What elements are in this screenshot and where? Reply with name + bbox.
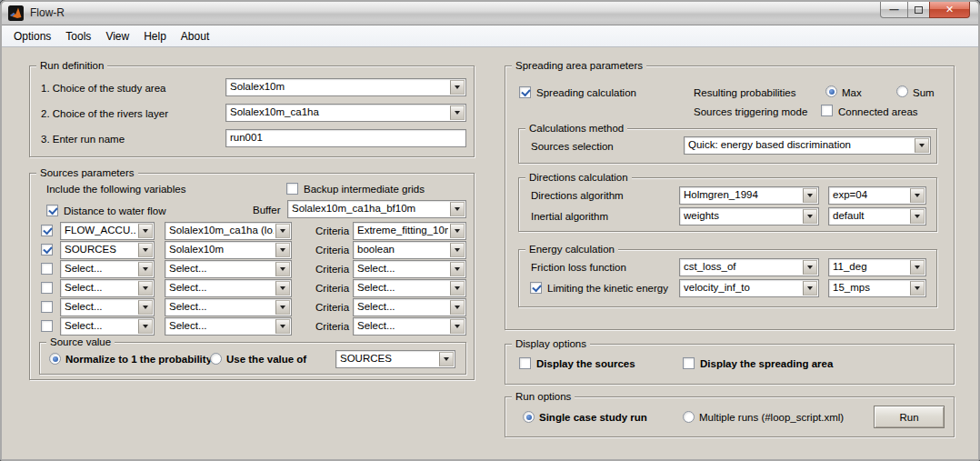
dropdown-arrow-icon[interactable] bbox=[803, 260, 817, 275]
buffer-select[interactable]: Solalex10m_ca1ha_bf10m bbox=[287, 200, 466, 218]
spreading-calculation-checkbox[interactable] bbox=[519, 86, 531, 98]
dropdown-arrow-icon[interactable] bbox=[275, 224, 290, 238]
criteria-select[interactable]: Select... bbox=[353, 279, 466, 297]
variable-row-checkbox[interactable] bbox=[41, 320, 53, 332]
layer-select[interactable]: Select... bbox=[165, 279, 292, 297]
friction-angle-select[interactable]: 11_deg bbox=[828, 258, 926, 276]
close-button[interactable]: ✕ bbox=[929, 2, 970, 18]
study-area-select[interactable]: Solalex10m bbox=[225, 78, 466, 96]
criteria-value: Select... bbox=[357, 263, 448, 274]
dropdown-arrow-icon[interactable] bbox=[803, 188, 817, 203]
variable-select[interactable]: Select... bbox=[60, 317, 155, 336]
dropdown-arrow-icon[interactable] bbox=[450, 224, 465, 238]
dropdown-arrow-icon[interactable] bbox=[439, 352, 454, 366]
layer-select[interactable]: Select... bbox=[165, 317, 292, 336]
menu-options[interactable]: Options bbox=[6, 27, 58, 45]
criteria-select[interactable]: boolean bbox=[353, 241, 466, 259]
run-name-input[interactable]: run001 bbox=[225, 129, 466, 147]
layer-select[interactable]: Solalex10m_ca1ha (lo... bbox=[165, 222, 292, 240]
distance-water-checkbox[interactable] bbox=[46, 205, 58, 216]
dropdown-arrow-icon[interactable] bbox=[450, 319, 465, 334]
criteria-select[interactable]: Select... bbox=[353, 260, 466, 278]
dropdown-arrow-icon[interactable] bbox=[450, 262, 465, 276]
dropdown-arrow-icon[interactable] bbox=[915, 138, 929, 153]
dropdown-arrow-icon[interactable] bbox=[138, 262, 153, 276]
dropdown-arrow-icon[interactable] bbox=[275, 262, 290, 276]
sources-selection-select[interactable]: Quick: energy based discrimination bbox=[684, 136, 931, 155]
variable-row-checkbox[interactable] bbox=[41, 282, 53, 294]
criteria-select[interactable]: Select... bbox=[353, 317, 466, 336]
dropdown-arrow-icon[interactable] bbox=[910, 260, 925, 275]
dropdown-arrow-icon[interactable] bbox=[138, 300, 153, 315]
single-run-radio[interactable] bbox=[523, 411, 535, 423]
criteria-select[interactable]: Select... bbox=[353, 298, 466, 316]
variable-row-checkbox[interactable] bbox=[41, 301, 53, 313]
layer-value: Solalex10m bbox=[169, 244, 274, 255]
directions-calculation-title: Directions calculation bbox=[525, 171, 632, 185]
dropdown-arrow-icon[interactable] bbox=[138, 243, 153, 257]
dropdown-arrow-icon[interactable] bbox=[450, 281, 465, 296]
multiple-runs-radio[interactable] bbox=[683, 411, 695, 423]
variable-row-checkbox[interactable] bbox=[41, 225, 53, 236]
buffer-label: Buffer bbox=[253, 204, 280, 217]
backup-grids-checkbox[interactable] bbox=[286, 183, 298, 195]
minimize-button[interactable]: — bbox=[880, 2, 908, 18]
dropdown-arrow-icon[interactable] bbox=[910, 188, 925, 203]
menu-view[interactable]: View bbox=[98, 27, 136, 45]
use-value-radio[interactable] bbox=[210, 353, 222, 365]
dropdown-arrow-icon[interactable] bbox=[910, 209, 925, 224]
variable-row-checkbox[interactable] bbox=[41, 263, 53, 275]
dropdown-arrow-icon[interactable] bbox=[910, 281, 925, 296]
variable-value: Select... bbox=[65, 282, 136, 293]
layer-select[interactable]: Select... bbox=[165, 298, 292, 316]
dropdown-arrow-icon[interactable] bbox=[450, 105, 465, 120]
inertial-algorithm-label: Inertial algorithm bbox=[531, 210, 608, 224]
menu-tools[interactable]: Tools bbox=[58, 27, 98, 45]
velocity-limit-select[interactable]: velocity_inf_to bbox=[679, 279, 819, 297]
backup-grids-label: Backup intermediate grids bbox=[304, 183, 425, 196]
max-radio[interactable] bbox=[825, 85, 837, 97]
dropdown-arrow-icon[interactable] bbox=[450, 202, 465, 216]
maximize-button[interactable] bbox=[907, 2, 930, 18]
inertial-algorithm-select[interactable]: weights bbox=[679, 207, 819, 225]
dropdown-arrow-icon[interactable] bbox=[803, 209, 817, 224]
connected-areas-checkbox[interactable] bbox=[821, 105, 833, 116]
dropdown-arrow-icon[interactable] bbox=[275, 319, 290, 334]
criteria-select[interactable]: Extreme_fitting_10m bbox=[353, 222, 466, 240]
criteria-label: Criteria bbox=[315, 225, 349, 238]
kinetic-energy-checkbox[interactable] bbox=[530, 282, 542, 294]
variable-select[interactable]: Select... bbox=[60, 279, 155, 297]
inertial-option-select[interactable]: default bbox=[828, 207, 926, 225]
variable-select[interactable]: FLOW_ACCU... bbox=[60, 222, 155, 240]
display-sources-checkbox[interactable] bbox=[519, 357, 531, 369]
dropdown-arrow-icon[interactable] bbox=[803, 281, 817, 296]
dropdown-arrow-icon[interactable] bbox=[275, 300, 290, 315]
titlebar[interactable]: Flow-R — ✕ bbox=[2, 2, 978, 25]
variable-row-checkbox[interactable] bbox=[41, 244, 53, 256]
dropdown-arrow-icon[interactable] bbox=[450, 243, 465, 257]
layer-select[interactable]: Select... bbox=[165, 260, 292, 278]
dropdown-arrow-icon[interactable] bbox=[138, 319, 153, 334]
dropdown-arrow-icon[interactable] bbox=[450, 80, 465, 95]
source-value-select[interactable]: SOURCES bbox=[335, 350, 455, 368]
dropdown-arrow-icon[interactable] bbox=[138, 224, 153, 238]
directions-exponent-select[interactable]: exp=04 bbox=[828, 186, 926, 205]
display-spreading-checkbox[interactable] bbox=[683, 357, 695, 369]
variable-select[interactable]: SOURCES bbox=[60, 241, 155, 259]
layer-select[interactable]: Solalex10m bbox=[165, 241, 292, 259]
dropdown-arrow-icon[interactable] bbox=[450, 300, 465, 315]
dropdown-arrow-icon[interactable] bbox=[275, 281, 290, 296]
normalize-radio[interactable] bbox=[49, 353, 61, 365]
run-button[interactable]: Run bbox=[874, 406, 945, 428]
dropdown-arrow-icon[interactable] bbox=[275, 243, 290, 257]
velocity-value-select[interactable]: 15_mps bbox=[828, 279, 926, 297]
menu-about[interactable]: About bbox=[174, 27, 216, 45]
rivers-layer-select[interactable]: Solalex10m_ca1ha bbox=[225, 104, 466, 122]
sum-radio[interactable] bbox=[896, 85, 908, 97]
friction-loss-select[interactable]: cst_loss_of bbox=[679, 258, 819, 276]
dropdown-arrow-icon[interactable] bbox=[138, 281, 153, 296]
variable-select[interactable]: Select... bbox=[60, 260, 155, 278]
directions-algorithm-select[interactable]: Holmgren_1994 bbox=[679, 186, 819, 205]
variable-select[interactable]: Select... bbox=[60, 298, 155, 316]
menu-help[interactable]: Help bbox=[136, 27, 174, 45]
